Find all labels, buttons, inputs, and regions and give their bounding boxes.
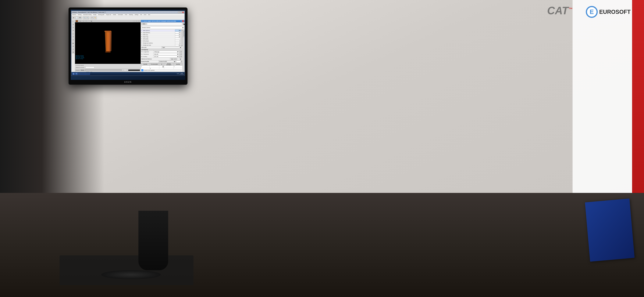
toolbar-btn-4[interactable]: ↩ [90, 16, 94, 19]
left-tool-2[interactable]: ⊕ [72, 23, 74, 26]
viewport-tab-color[interactable]: Color [78, 20, 82, 22]
save-button[interactable]: Save [142, 23, 146, 25]
menu-nesting[interactable]: Nesting [78, 14, 82, 15]
left-tool-10[interactable]: ⊟ [72, 48, 74, 50]
menu-modify[interactable]: Modify [93, 14, 97, 15]
qty-input-quantity[interactable] [141, 66, 149, 67]
qty-input-first-desc[interactable] [150, 66, 159, 67]
overlap-1-scroll-up[interactable]: ▲ [180, 53, 181, 55]
toolbar-btn-2[interactable]: 📄 [75, 16, 78, 19]
qty-header-quantity: Quantity [141, 63, 150, 65]
overlap-1-scroll-down[interactable]: ▼ [181, 53, 182, 55]
param-input-shift-width[interactable] [175, 38, 181, 40]
left-tool-1[interactable]: ▷ [72, 20, 74, 23]
param-input-width-top[interactable] [175, 34, 181, 35]
eurosoft-logo: E EUROSOFT [586, 6, 630, 18]
maximize-button[interactable]: □ [180, 11, 182, 13]
start-button[interactable]: ⊞ [72, 73, 75, 75]
overlap-0-select[interactable]: 1Pittsburgh [153, 51, 179, 53]
overlap-2-scroll-down[interactable]: ▼ [181, 55, 182, 57]
overlap-1-select[interactable]: 2Cfp 200 [153, 53, 179, 55]
menu-settings[interactable]: Settings [134, 14, 139, 15]
insertion-label: Insertion with repetition [144, 70, 155, 71]
id-down[interactable]: ▼ [162, 67, 164, 67]
zincata-input[interactable]: 0.7 [176, 60, 181, 63]
menu-zoom[interactable]: Zoom [144, 14, 147, 15]
toolbar-btn-1[interactable]: ⊞ [72, 16, 75, 19]
angle-l-right: Angle L right = -31.12 deg [76, 57, 84, 58]
search-input[interactable] [78, 73, 90, 75]
material-select[interactable]: Taglio lamiera [170, 58, 182, 60]
overlap-1-label: R 1: Transversal [141, 54, 153, 55]
dialog-close-button[interactable]: ✕ [182, 20, 184, 22]
dialog-help[interactable]: ? [181, 20, 182, 22]
qty-header-quantity2: Quantity [174, 63, 182, 65]
qty-input-quantity2[interactable] [174, 66, 182, 67]
toolbar-btn-3[interactable]: 💾 [78, 16, 82, 19]
param-input-depth-top[interactable] [175, 36, 181, 38]
menu-info[interactable]: Info [140, 14, 142, 15]
overlap-0-scroll-up[interactable]: ▲ [180, 51, 181, 53]
param-label-width-top: Width (top) [142, 34, 175, 35]
viewport-nav-v2[interactable]: V2 [138, 20, 140, 22]
left-tool-3[interactable]: ⊖ [72, 26, 74, 29]
param-input-shift-depth[interactable] [175, 40, 181, 42]
zincata-select[interactable]: Zincata Pm1650 [158, 60, 176, 63]
left-tool-9[interactable]: ⊞ [72, 45, 74, 48]
id-value: 2 [150, 68, 150, 69]
left-tool-5[interactable]: ◫ [72, 32, 74, 35]
scroll-up[interactable]: ▲ [182, 29, 182, 31]
menu-masking[interactable]: Masking [129, 14, 133, 15]
menu-end[interactable]: End [148, 14, 150, 15]
param-input-depth-bottom[interactable] [175, 32, 181, 33]
adding-params-tab[interactable]: Adding parameters [182, 29, 184, 37]
save-dropdown[interactable]: ▼ [183, 23, 184, 25]
toolbar-btn-zoom-out[interactable]: 🔍 [86, 16, 89, 19]
param-input-straight-bottom[interactable] [175, 42, 181, 44]
left-tool-6[interactable]: ⊡ [72, 35, 74, 38]
menu-generation[interactable]: Generation [118, 14, 124, 15]
viewport-nav-v1[interactable]: V1 [135, 20, 137, 22]
left-tool-4[interactable]: ⊗ [72, 29, 74, 32]
param-input-straight-top[interactable] [175, 44, 181, 46]
scroll-down[interactable]: ▼ [182, 45, 182, 46]
menu-auto-nesting[interactable]: Automatic nesting [83, 14, 92, 15]
overlap-0-scroll-down[interactable]: ▼ [181, 51, 182, 53]
left-tool-7[interactable]: ◈ [72, 38, 74, 41]
menu-working-path[interactable]: Working path [98, 14, 104, 15]
taskbar-search[interactable]: 🔍 [75, 73, 78, 75]
qty-input-second-desc[interactable] [164, 66, 173, 67]
overlap-2-scroll-up[interactable]: ▲ [180, 55, 181, 57]
close-button[interactable]: ✕ [182, 11, 184, 13]
viewport-tab-img[interactable]: ■■ [90, 20, 92, 22]
menu-details[interactable]: Details [113, 14, 116, 15]
save-input[interactable] [147, 23, 182, 25]
command-input[interactable] [86, 67, 94, 68]
interface-select[interactable]: Standard interface [141, 26, 184, 29]
toolbar-btn-5[interactable]: ✏️ [94, 16, 97, 19]
left-tool-8[interactable]: ▦ [72, 42, 74, 45]
dimension-label: Dimension [76, 70, 80, 71]
insertion-checkbox[interactable] [142, 69, 143, 71]
viewport-nav-a[interactable]: A [133, 20, 135, 22]
left-tool-11[interactable]: ⊠ [72, 51, 74, 53]
color-swatch[interactable] [76, 20, 78, 22]
menu-point[interactable]: Point [124, 14, 128, 15]
minimize-button[interactable]: ─ [178, 11, 180, 13]
overlap-2-select[interactable]: 2Cfo 200 [153, 55, 179, 57]
work-cycle-select[interactable]: Taglio [162, 46, 182, 48]
duct-3d-shape [103, 30, 113, 56]
menu-batches[interactable]: Batches [72, 14, 76, 15]
command-status: Waiting for command: [76, 67, 84, 68]
zincata-dropdown[interactable]: ▼ [181, 60, 182, 63]
param-input-width-bottom[interactable] [175, 29, 181, 31]
viewport-tab-sy[interactable]: SY [85, 20, 87, 22]
viewport-tab-t[interactable]: T [88, 20, 90, 22]
table-row: ▲ ▼ [141, 65, 182, 68]
viewport-tab-q[interactable]: Q [82, 20, 84, 22]
param-icon-ps: Ps [141, 36, 142, 37]
toolbar-btn-zoom-in[interactable]: 🔍 [83, 16, 86, 19]
param-icon-ri: Ri [141, 42, 142, 43]
menu-single-cuts[interactable]: Single cuts [106, 14, 111, 15]
qty-input-id[interactable] [160, 66, 162, 67]
